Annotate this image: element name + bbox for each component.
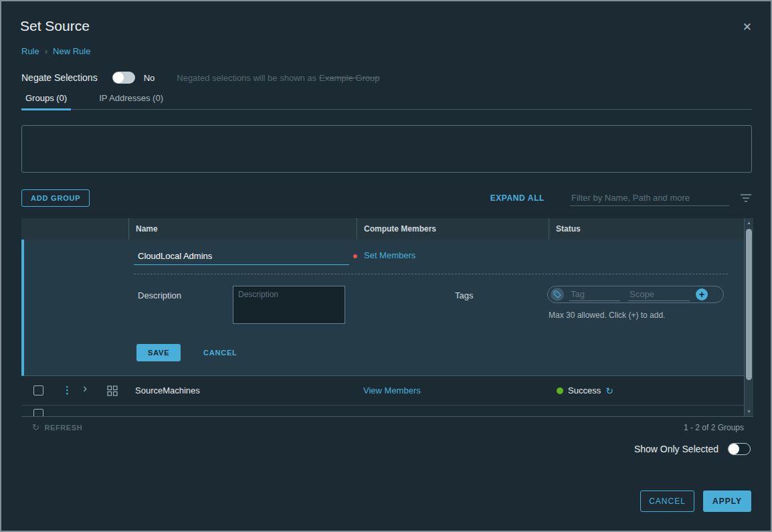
header-cell-compute-members: Compute Members	[357, 218, 549, 240]
set-source-dialog: Set Source ✕ Rule › New Rule Negate Sele…	[0, 0, 772, 532]
tab-ip-addresses[interactable]: IP Addresses (0)	[95, 90, 167, 109]
negate-selections-toggle[interactable]	[112, 72, 135, 84]
header-cell-status: Status	[549, 218, 753, 240]
partial-table-row	[21, 406, 753, 416]
tag-icon	[551, 288, 564, 301]
refresh-button[interactable]: ↻ REFRESH	[32, 422, 82, 432]
grid-footer: ↻ REFRESH 1 - 2 of 2 Groups	[21, 416, 753, 438]
tab-bar: Groups (0) IP Addresses (0)	[21, 90, 752, 110]
breadcrumb-new-rule: New Rule	[53, 46, 90, 56]
group-icon	[107, 385, 118, 398]
show-only-selected-row: Show Only Selected	[634, 443, 751, 455]
grid-header: Name Compute Members Status	[21, 218, 753, 240]
row-controls-cell: ⋮ ›	[21, 376, 128, 405]
status-refresh-icon[interactable]: ↻	[605, 385, 613, 396]
scrollbar[interactable]: ▲ ▼	[744, 218, 753, 416]
grid-scroll-area: Name Compute Members Status Set Members …	[21, 218, 753, 416]
scroll-up-icon[interactable]: ▲	[745, 218, 753, 228]
negate-selections-row: Negate Selections No Negated selections …	[21, 70, 379, 85]
negate-hint: Negated selections will be shown asExamp…	[177, 73, 379, 83]
negate-hint-text: Negated selections will be shown as	[177, 73, 316, 83]
scroll-down-icon[interactable]: ▼	[745, 407, 753, 416]
tag-input-group: +	[547, 286, 724, 303]
header-cell-name: Name	[128, 218, 357, 240]
show-only-selected-label: Show Only Selected	[634, 444, 718, 454]
table-row: ⋮ › SourceMachines View Members Success …	[21, 376, 753, 406]
status-text: Success	[568, 385, 601, 395]
groups-grid: Name Compute Members Status Set Members …	[21, 218, 753, 438]
dialog-title: Set Source	[20, 18, 90, 34]
group-name-input[interactable]	[134, 247, 349, 265]
scrollbar-thumb[interactable]	[746, 229, 752, 380]
edit-cancel-link[interactable]: CANCEL	[203, 349, 237, 357]
add-group-button[interactable]: ADD GROUP	[21, 189, 90, 207]
apply-button[interactable]: APPLY	[703, 491, 751, 512]
scope-input[interactable]	[628, 288, 690, 301]
grid-toolbar: ADD GROUP EXPAND ALL	[21, 189, 752, 207]
cancel-button[interactable]: CANCEL	[640, 491, 694, 512]
breadcrumb: Rule › New Rule	[21, 46, 90, 56]
row-group-name: SourceMachines	[128, 385, 357, 395]
set-members-link[interactable]: Set Members	[364, 250, 415, 260]
view-members-link[interactable]: View Members	[357, 385, 549, 395]
row-menu-icon[interactable]: ⋮	[62, 385, 72, 395]
filter-input[interactable]	[570, 190, 729, 206]
required-indicator	[353, 254, 357, 258]
add-tag-icon[interactable]: +	[696, 288, 708, 300]
negate-hint-example-group: Example Group	[319, 73, 379, 83]
row-checkbox[interactable]	[33, 385, 43, 395]
tag-input[interactable]	[569, 288, 620, 301]
negate-selections-state: No	[144, 73, 155, 83]
header-cell-select	[21, 218, 128, 240]
row-expand-icon[interactable]: ›	[83, 382, 87, 394]
breadcrumb-rule[interactable]: Rule	[21, 46, 39, 56]
row-checkbox[interactable]	[33, 409, 43, 416]
breadcrumb-separator-icon: ›	[45, 46, 47, 56]
filter-icon[interactable]	[740, 193, 752, 203]
refresh-icon: ↻	[32, 422, 40, 432]
tags-hint: Max 30 allowed. Click (+) to add.	[549, 311, 665, 320]
edit-row-divider	[134, 274, 728, 274]
expand-all-link[interactable]: EXPAND ALL	[490, 193, 545, 203]
refresh-label: REFRESH	[45, 424, 83, 432]
save-button[interactable]: SAVE	[136, 344, 181, 361]
toggle-knob	[113, 72, 124, 83]
group-edit-row: Set Members Description Tags + Max 30 al…	[21, 240, 753, 376]
negate-selections-label: Negate Selections	[21, 72, 98, 83]
selected-groups-box	[21, 125, 752, 173]
description-label: Description	[138, 290, 181, 300]
show-only-selected-toggle[interactable]	[728, 443, 751, 455]
row-status-cell: Success ↻	[549, 385, 753, 396]
close-icon[interactable]: ✕	[743, 21, 752, 33]
row-count: 1 - 2 of 2 Groups	[684, 423, 744, 432]
description-textarea[interactable]	[233, 286, 345, 324]
tags-label: Tags	[455, 290, 473, 300]
toggle-knob	[729, 444, 739, 454]
status-success-dot	[557, 387, 563, 394]
tab-groups[interactable]: Groups (0)	[21, 90, 71, 110]
